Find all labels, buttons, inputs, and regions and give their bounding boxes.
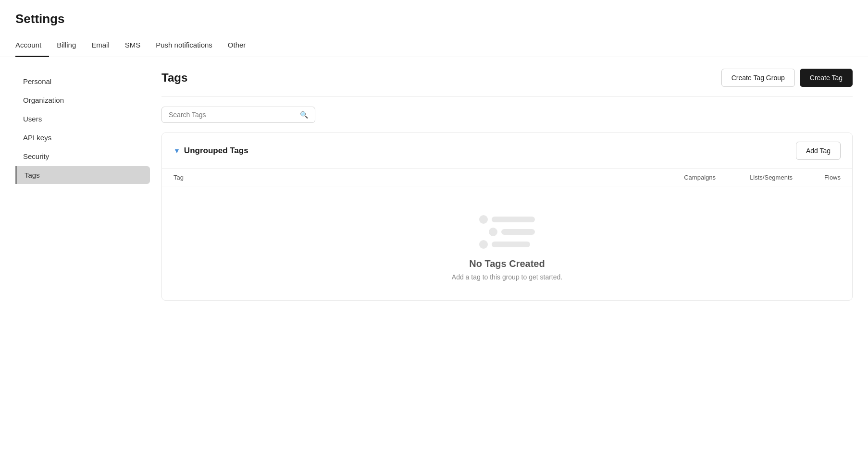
- tab-billing[interactable]: Billing: [49, 34, 84, 57]
- tags-header: Tags Create Tag Group Create Tag: [161, 69, 853, 87]
- col-flows-label: Flows: [793, 174, 841, 181]
- ungrouped-title-text: Ungrouped Tags: [184, 146, 248, 156]
- empty-state-title: No Tags Created: [469, 258, 545, 269]
- chevron-down-icon: ▼: [174, 147, 180, 155]
- table-header: Tag Campaigns Lists/Segments Flows: [162, 169, 852, 186]
- sidebar: PersonalOrganizationUsersAPI keysSecurit…: [15, 69, 150, 301]
- col-tag-label: Tag: [174, 174, 648, 181]
- tab-push-notifications[interactable]: Push notifications: [148, 34, 220, 57]
- empty-state: No Tags Created Add a tag to this group …: [162, 186, 852, 300]
- col-campaigns-label: Campaigns: [648, 174, 716, 181]
- sidebar-item-users[interactable]: Users: [15, 110, 150, 128]
- tab-sms[interactable]: SMS: [117, 34, 149, 57]
- sidebar-item-personal[interactable]: Personal: [15, 73, 150, 90]
- tab-other[interactable]: Other: [220, 34, 254, 57]
- sidebar-item-tags[interactable]: Tags: [15, 166, 150, 184]
- ungrouped-title: ▼ Ungrouped Tags: [174, 146, 248, 156]
- empty-state-subtitle: Add a tag to this group to get started.: [452, 273, 562, 281]
- tab-account[interactable]: Account: [15, 34, 49, 57]
- search-box[interactable]: 🔍: [161, 107, 315, 123]
- add-tag-button[interactable]: Add Tag: [796, 142, 841, 160]
- create-tag-group-button[interactable]: Create Tag Group: [721, 69, 795, 87]
- content-area: PersonalOrganizationUsersAPI keysSecurit…: [0, 57, 868, 312]
- tab-email[interactable]: Email: [84, 34, 117, 57]
- sidebar-item-api-keys[interactable]: API keys: [15, 129, 150, 146]
- sidebar-item-security[interactable]: Security: [15, 147, 150, 165]
- page-title: Settings: [15, 12, 853, 26]
- main-content: Tags Create Tag Group Create Tag 🔍 ▼ Ung…: [150, 69, 853, 301]
- sidebar-item-organization[interactable]: Organization: [15, 91, 150, 109]
- section-divider: [161, 97, 853, 97]
- search-tags-input[interactable]: [169, 111, 296, 119]
- page-header: Settings: [0, 0, 868, 26]
- top-nav: AccountBillingEmailSMSPush notifications…: [0, 34, 868, 57]
- col-lists-segments-label: Lists/Segments: [716, 174, 793, 181]
- empty-illustration: [479, 215, 535, 249]
- ungrouped-header: ▼ Ungrouped Tags Add Tag: [162, 133, 852, 169]
- tags-title: Tags: [161, 71, 187, 85]
- ungrouped-tags-section: ▼ Ungrouped Tags Add Tag Tag Campaigns L…: [161, 133, 853, 301]
- tags-header-buttons: Create Tag Group Create Tag: [721, 69, 853, 87]
- create-tag-button[interactable]: Create Tag: [800, 69, 853, 87]
- search-icon: 🔍: [300, 111, 308, 119]
